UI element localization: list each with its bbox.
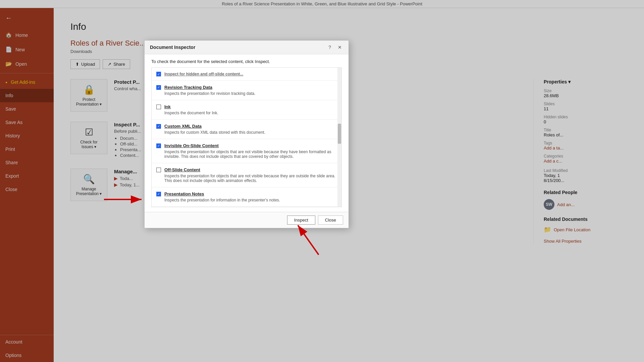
notes-checkbox[interactable] bbox=[156, 192, 161, 196]
scrolled-label: Inspect for hidden and off-slide content… bbox=[164, 72, 243, 76]
scrollbar[interactable] bbox=[337, 68, 341, 207]
dialog-help-button[interactable]: ? bbox=[327, 44, 332, 51]
inspector-row-ink: Ink Inspects the document for Ink. bbox=[152, 100, 341, 120]
dialog-body: To check the document for the selected c… bbox=[145, 54, 348, 212]
notes-label: Presentation Notes bbox=[164, 191, 204, 196]
inspector-row-revision: Revision Tracking Data Inspects the pres… bbox=[152, 81, 341, 100]
dialog-scroll-area[interactable]: Inspect for hidden and off-slide content… bbox=[151, 67, 342, 207]
annotation-arrow-2 bbox=[292, 218, 332, 259]
inspector-row-invisible: Invisible On-Slide Content Inspects the … bbox=[152, 139, 341, 163]
xml-checkbox[interactable] bbox=[156, 124, 161, 129]
arrow-diagonal-svg bbox=[292, 218, 332, 258]
ink-checkbox[interactable] bbox=[156, 105, 161, 109]
inspector-row-notes: Presentation Notes Inspects the presenta… bbox=[152, 187, 341, 207]
overlay: Document Inspector ? ✕ To check the docu… bbox=[0, 0, 644, 362]
inspector-row-scrolled-header: Inspect for hidden and off-slide content… bbox=[156, 72, 337, 76]
revision-header: Revision Tracking Data bbox=[156, 85, 337, 90]
xml-header: Custom XML Data bbox=[156, 124, 337, 129]
offslide-desc: Inspects the presentation for objects th… bbox=[156, 174, 337, 183]
dialog-title: Document Inspector bbox=[150, 45, 195, 50]
invisible-desc: Inspects the presentation for objects th… bbox=[156, 149, 337, 159]
offslide-label: Off-Slide Content bbox=[164, 167, 200, 172]
dialog-description: To check the document for the selected c… bbox=[151, 59, 342, 64]
inspector-row-xml: Custom XML Data Inspects for custom XML … bbox=[152, 120, 341, 139]
dialog-header-actions: ? ✕ bbox=[327, 44, 343, 51]
scrolled-checkbox[interactable] bbox=[156, 72, 161, 76]
xml-desc: Inspects for custom XML data stored with… bbox=[156, 130, 337, 135]
dialog-close-button[interactable]: ✕ bbox=[336, 44, 343, 51]
notes-header: Presentation Notes bbox=[156, 191, 337, 196]
revision-checkbox[interactable] bbox=[156, 85, 161, 90]
invisible-label: Invisible On-Slide Content bbox=[164, 143, 219, 148]
inspector-row-offslide: Off-Slide Content Inspects the presentat… bbox=[152, 163, 341, 187]
offslide-header: Off-Slide Content bbox=[156, 167, 337, 172]
annotation-arrow-1 bbox=[104, 193, 148, 206]
xml-label: Custom XML Data bbox=[164, 124, 202, 129]
revision-desc: Inspects the presentation for revision t… bbox=[156, 91, 337, 96]
inspector-row-scrolled: Inspect for hidden and off-slide content… bbox=[152, 68, 341, 81]
ink-label: Ink bbox=[164, 104, 171, 109]
dialog-header: Document Inspector ? ✕ bbox=[145, 41, 348, 54]
scrollbar-thumb bbox=[338, 124, 341, 144]
invisible-checkbox[interactable] bbox=[156, 143, 161, 148]
ink-header: Ink bbox=[156, 104, 337, 109]
offslide-checkbox[interactable] bbox=[156, 168, 161, 172]
invisible-header: Invisible On-Slide Content bbox=[156, 143, 337, 148]
ink-desc: Inspects the document for Ink. bbox=[156, 111, 337, 115]
svg-line-3 bbox=[298, 225, 319, 255]
revision-label: Revision Tracking Data bbox=[164, 85, 212, 90]
notes-desc: Inspects the presentation for informatio… bbox=[156, 198, 337, 202]
document-inspector-dialog: Document Inspector ? ✕ To check the docu… bbox=[144, 40, 349, 228]
arrow-right-svg bbox=[104, 193, 148, 206]
